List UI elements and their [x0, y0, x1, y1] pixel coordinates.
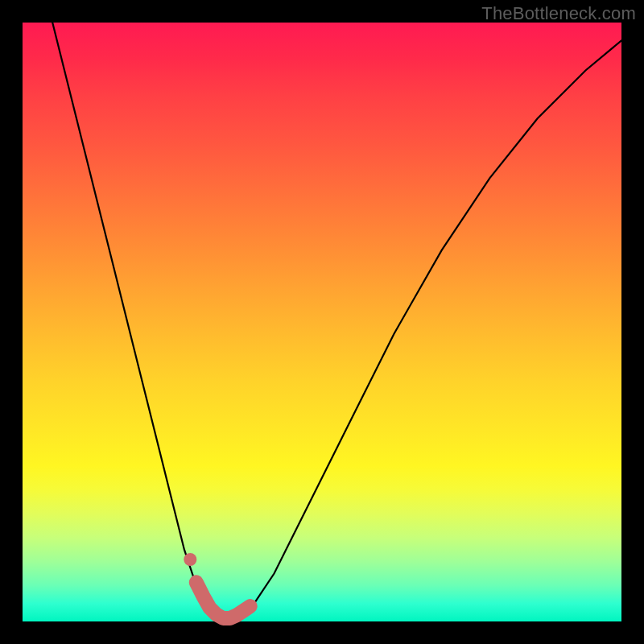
- curve-svg: [23, 23, 621, 621]
- chart-frame: TheBottleneck.com: [0, 0, 644, 644]
- plot-area: [23, 23, 621, 621]
- bottleneck-curve: [52, 23, 621, 621]
- optimum-dot-marker: [184, 553, 196, 566]
- watermark-text: TheBottleneck.com: [481, 3, 636, 24]
- optimum-range-marker: [196, 582, 250, 618]
